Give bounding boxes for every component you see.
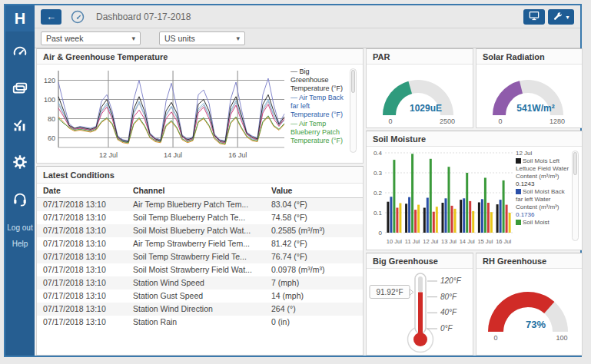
table-row: 07/17/2018 13:10Air Temp Blueberry Patch… (37, 198, 363, 211)
table-cell: 0.2585 (m³/m³) (271, 224, 363, 237)
table-cell: Station Wind Speed (133, 276, 271, 290)
kiosk-mode-button[interactable] (523, 9, 545, 25)
page-title: Dashboard 07-17-2018 (96, 12, 191, 22)
svg-text:14 Jul: 14 Jul (164, 151, 182, 159)
svg-text:12 Jul: 12 Jul (423, 238, 438, 245)
svg-text:0.4: 0.4 (374, 150, 383, 157)
table-cell: 07/17/2018 13:10 (37, 303, 133, 316)
table-cell: 14 (mph) (271, 290, 363, 303)
date-range-value: Past week (46, 34, 83, 43)
chevron-down-icon: ▾ (131, 32, 135, 45)
table-cell: 0.0978 (m³/m³) (271, 263, 363, 276)
table-cell: 7 (mph) (271, 276, 363, 290)
sidebar-item-reports[interactable] (5, 111, 35, 142)
table-row: 07/17/2018 13:10Soil Moist Strawberry Fi… (37, 263, 363, 276)
rh-greenhouse-gauge[interactable]: 73%0100 (477, 273, 582, 344)
dashboard-page-icon (70, 9, 85, 25)
svg-text:60: 60 (48, 134, 55, 142)
svg-text:0°F: 0°F (440, 324, 453, 333)
panel-title: Big Greenhouse (367, 253, 473, 269)
table-cell: Soil Moist Strawberry Field Wat... (133, 263, 271, 276)
legend-entry: Soil Moist (516, 219, 571, 227)
legend-swatch (516, 189, 521, 194)
back-button[interactable]: ← (41, 9, 61, 25)
svg-text:2500: 2500 (440, 117, 455, 125)
support-headset-icon (12, 190, 28, 210)
svg-text:1280: 1280 (549, 117, 564, 125)
table-cell: Station Rain (133, 316, 271, 329)
sidebar-item-dataloggers[interactable] (5, 74, 35, 105)
units-select[interactable]: US units ▾ (159, 31, 245, 45)
svg-text:15 Jul: 15 Jul (477, 238, 493, 245)
table-cell: Soil Moist Blueberry Patch Wat... (133, 224, 271, 237)
table-cell: 83.04 (°F) (271, 198, 363, 211)
panel-air-greenhouse-temperature: Air & Greenhouse Temperature 60801001201… (36, 48, 364, 164)
table-cell: 07/17/2018 13:10 (37, 276, 133, 290)
svg-text:40°F: 40°F (440, 308, 457, 316)
panel-soil-moisture: Soil Moisture 00.10.20.30.410 Jul11 Jul1… (366, 131, 583, 250)
table-cell: 0 (in) (271, 316, 363, 329)
svg-text:0.2: 0.2 (374, 190, 383, 197)
table-row: 07/17/2018 13:10Soil Temp Strawberry Fie… (37, 250, 363, 263)
svg-text:73%: 73% (525, 319, 545, 330)
svg-text:0.1: 0.1 (374, 210, 383, 217)
legend-scrollbar (572, 151, 579, 241)
column-header: Date (37, 184, 133, 197)
sidebar-item-support[interactable] (5, 185, 35, 216)
datalogger-icon (12, 80, 28, 100)
scrollbar-thumb[interactable] (351, 70, 355, 93)
table-cell: 74.58 (°F) (271, 211, 363, 224)
table-row: 07/17/2018 13:10Air Temp Strawberry Fiel… (37, 237, 363, 250)
table-cell: Soil Temp Blueberry Patch Te... (133, 211, 271, 224)
table-cell: Station Gust Speed (133, 290, 271, 303)
svg-text:100: 100 (556, 334, 567, 342)
panel-title: Latest Conditions (37, 167, 363, 184)
legend-swatch (516, 158, 521, 164)
svg-text:120: 120 (44, 77, 55, 84)
par-gauge[interactable]: 1029uE02500 (369, 65, 470, 126)
table-header-row: DateChannelValue (37, 184, 363, 198)
help-link[interactable]: Help (5, 240, 35, 248)
table-row: 07/17/2018 13:10Station Gust Speed14 (mp… (37, 290, 363, 303)
svg-text:0.3: 0.3 (374, 170, 383, 177)
svg-text:14 Jul: 14 Jul (460, 238, 475, 245)
sidebar-item-dashboards[interactable] (5, 38, 35, 68)
table-cell: 07/17/2018 13:10 (37, 290, 133, 303)
svg-text:100: 100 (44, 96, 55, 104)
soil-moisture-bar-chart[interactable]: 00.10.20.30.410 Jul11 Jul12 Jul13 Jul14 … (367, 147, 514, 248)
reports-icon (12, 117, 28, 137)
temperature-line-chart[interactable]: 608010012012 Jul14 Jul16 Jul (37, 65, 289, 161)
chevron-down-icon: ▾ (236, 32, 240, 45)
panel-latest-conditions: Latest Conditions DateChannelValue07/17/… (36, 166, 364, 356)
svg-text:1029uE: 1029uE (410, 103, 442, 114)
table-cell: 07/17/2018 13:10 (37, 316, 133, 329)
column-header: Value (271, 184, 363, 197)
svg-text:12 Jul: 12 Jul (99, 151, 118, 159)
svg-text:0: 0 (379, 230, 383, 237)
dashboard-content: Air & Greenhouse Temperature 60801001201… (35, 48, 580, 356)
table-cell: 81.42 (°F) (271, 237, 363, 250)
svg-text:91.92°F: 91.92°F (376, 288, 403, 296)
dashboard-app: H Log out Help (4, 4, 582, 357)
logout-link[interactable]: Log out (5, 223, 35, 232)
brand-logo: H (5, 5, 35, 31)
kiosk-screen-icon (528, 10, 540, 25)
date-range-select[interactable]: Past week ▾ (41, 31, 141, 45)
table-row: 07/17/2018 13:10Station Wind Direction26… (37, 303, 363, 316)
svg-text:16 Jul: 16 Jul (496, 238, 511, 245)
panel-title: Solar Radiation (476, 49, 582, 65)
svg-text:0: 0 (388, 117, 392, 125)
panel-par: PAR 1029uE02500 (366, 48, 473, 128)
panel-title: RH Greenhouse (476, 253, 582, 269)
tools-caret-icon: ▾ (566, 14, 569, 21)
big-greenhouse-thermometer[interactable]: 120°F80°F40°F0°F91.92°F (367, 269, 473, 355)
table-cell: 264 (°) (271, 303, 363, 316)
temperature-legend: — Big Greenhouse Temperature (°F)— Air T… (289, 65, 349, 155)
sidebar-item-settings[interactable] (5, 148, 35, 179)
table-cell: Station Wind Direction (133, 303, 271, 316)
svg-text:16 Jul: 16 Jul (228, 151, 247, 159)
svg-text:0: 0 (493, 334, 497, 342)
tools-menu-button[interactable]: ▾ (548, 9, 574, 25)
scrollbar-thumb[interactable] (573, 152, 577, 175)
solar-radiation-gauge[interactable]: 541W/m²01280 (479, 65, 580, 126)
